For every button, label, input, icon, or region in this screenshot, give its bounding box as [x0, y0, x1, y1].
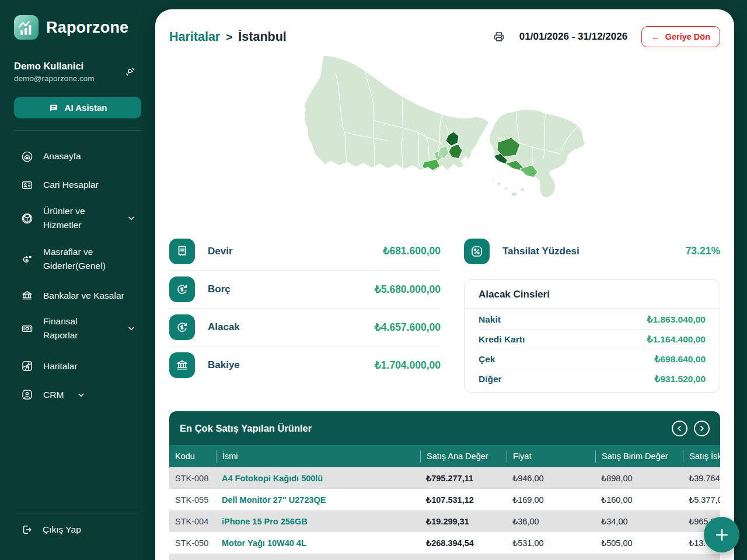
cell-code: STK-050 [169, 538, 216, 548]
collection-section: Tahsilat Yüzdesi 73.21% Alacak Cinsleri … [464, 232, 720, 393]
user-name: Demo Kullanici [14, 61, 120, 72]
sidebar-item-anasayfa[interactable]: Anasayfa [14, 146, 141, 167]
cell-code: STK-004 [169, 517, 216, 526]
table-row[interactable]: STK-008 A4 Fotokopi Kağıdı 500lü ₺795.27… [169, 467, 720, 489]
sidebar-item-label: Masraflar ve Giderler(Genel) [43, 245, 131, 273]
back-button[interactable]: ← Geriye Dön [641, 26, 720, 47]
app-title: Raporzone [46, 19, 128, 37]
cell-product-link[interactable]: Motor Yağı 10W40 4L [216, 538, 420, 548]
cell-code: STK-008 [169, 474, 216, 483]
bank-icon [21, 289, 33, 302]
back-button-label: Geriye Dön [665, 32, 710, 41]
stat-value: ₺1.704.000,00 [375, 359, 441, 372]
column-header-satis-birim-deger: Satış Birim Değer [595, 450, 683, 463]
sidebar-divider-bottom [14, 513, 141, 513]
bank-icon [169, 352, 195, 378]
banknote-icon [21, 323, 33, 335]
logout-button[interactable]: Çıkış Yap [14, 523, 141, 537]
sidebar-item-label: Ürünler ve Hizmetler [43, 204, 114, 232]
receivable-row-diger: Diğer ₺931.520,00 [479, 369, 706, 388]
sidebar-item-haritalar[interactable]: Haritalar [14, 355, 141, 377]
istanbul-map [169, 50, 720, 222]
logo[interactable]: Raporzone [14, 15, 141, 40]
panel-rows: Nakit ₺1.863.040,00 Kredi Kartı ₺1.164.4… [465, 309, 720, 392]
sidebar-item-bankalar-ve-kasalar[interactable]: Bankalar ve Kasalar [14, 285, 141, 306]
breadcrumb-separator: > [226, 31, 232, 44]
receivable-value: ₺698.640,00 [655, 354, 706, 365]
panel-title: Alacak Cinsleri [465, 280, 720, 309]
table-row[interactable]: STK-055 Dell Monitör 27" U2723QE ₺107.53… [169, 489, 720, 510]
table-row[interactable]: STK-050 Motor Yağı 10W40 4L ₺268.394,54 … [169, 532, 720, 554]
receivable-label: Nakit [479, 314, 501, 325]
sidebar-item-label: Bankalar ve Kasalar [43, 289, 124, 303]
cell-product-link[interactable]: iPhone 15 Pro 256GB [216, 517, 420, 526]
id-card-icon [21, 179, 33, 191]
stat-row-borc: Borç ₺5.680.000,00 [169, 270, 441, 308]
cell-price: ₺36,00 [507, 517, 595, 526]
date-range[interactable]: 01/01/2026 - 31/12/2026 [519, 31, 627, 43]
stat-label: Bakiye [208, 359, 240, 371]
logout-label: Çıkış Yap [43, 524, 81, 535]
sidebar-item-finansal-raporlar[interactable]: Finansal Raporlar [14, 313, 141, 344]
user-info: Demo Kullanici demo@raporzone.com [14, 61, 141, 83]
percent-icon [464, 239, 490, 264]
ai-assistant-label: AI Asistan [65, 103, 107, 113]
print-icon[interactable] [493, 30, 505, 43]
table-title-bar: En Çok Satış Yapılan Ürünler [169, 411, 720, 445]
sidebar-item-masraflar-ve-giderler[interactable]: Masraflar ve Giderler(Genel) [14, 240, 141, 278]
sidebar-item-label: Anasayfa [43, 149, 81, 163]
main-panel: Haritalar > İstanbul 01/01/2026 - 31/12/… [155, 9, 734, 560]
expenses-icon [21, 253, 33, 265]
receivable-row-kredi-karti: Kredi Kartı ₺1.164.400,00 [479, 329, 706, 349]
sidebar-item-crm[interactable]: CRM [14, 384, 141, 405]
notification-bell-icon[interactable] [124, 65, 137, 78]
sidebar: Raporzone Demo Kullanici demo@raporzone.… [0, 0, 155, 560]
next-page-button[interactable] [694, 421, 710, 436]
arrow-left-icon: ← [651, 32, 660, 41]
table-header-row: Kodu İsmi Satış Ana Değer Fiyat Satış Bi… [169, 445, 720, 467]
stat-label: Tahsilat Yüzdesi [502, 246, 580, 257]
cell-unit-value: ₺160,00 [595, 495, 683, 505]
invoice-icon [169, 239, 195, 264]
cell-main-value: ₺19.299,31 [420, 517, 507, 526]
receivable-row-nakit: Nakit ₺1.863.040,00 [479, 310, 706, 329]
add-button[interactable] [704, 517, 739, 552]
package-icon [21, 212, 33, 225]
cell-product-link[interactable]: A4 Fotokopi Kağıdı 500lü [216, 474, 420, 483]
receivable-types-panel: Alacak Cinsleri Nakit ₺1.863.040,00 Kred… [464, 279, 720, 393]
home-icon [21, 150, 33, 163]
breadcrumb-haritalar[interactable]: Haritalar [169, 30, 220, 44]
chevron-down-icon [77, 391, 85, 399]
stat-label: Alacak [208, 321, 240, 333]
sidebar-nav: Anasayfa Cari Hesaplar Ürünler ve Hizmet… [14, 146, 141, 405]
stat-value: 73.21% [686, 245, 720, 257]
sidebar-item-urunler-ve-hizmetler[interactable]: Ürünler ve Hizmetler [14, 203, 141, 233]
prev-page-button[interactable] [672, 421, 687, 436]
plus-icon [714, 527, 729, 542]
sidebar-divider-top [14, 130, 141, 131]
sidebar-item-cari-hesaplar[interactable]: Cari Hesaplar [14, 174, 141, 196]
cell-main-value: ₺107.531,12 [420, 495, 507, 505]
cell-product-link[interactable]: Dell Monitör 27" U2723QE [216, 495, 420, 505]
stat-row-bakiye: Bakiye ₺1.704.000,00 [169, 346, 441, 384]
column-header-kodu: Kodu [169, 450, 216, 463]
column-header-satis-iskonto: Satış İsko [683, 450, 720, 463]
ai-assistant-button[interactable]: AI Asistan [14, 97, 141, 118]
money-in-icon [169, 314, 195, 340]
logo-icon [14, 15, 39, 40]
cell-main-value: ₺268.394,54 [420, 538, 507, 548]
breadcrumb: Haritalar > İstanbul [169, 30, 287, 44]
cell-discount: ₺5.377,00 [683, 495, 720, 505]
breadcrumb-istanbul: İstanbul [238, 30, 286, 44]
receivable-label: Kredi Kartı [479, 334, 525, 345]
istanbul-district-map[interactable] [295, 50, 598, 217]
totals-list: Devir ₺681.600,00 Borç ₺5.680.000,00 [169, 232, 441, 393]
table-row[interactable]: STK-004 iPhone 15 Pro 256GB ₺19.299,31 ₺… [169, 510, 720, 532]
sidebar-item-label: CRM [43, 388, 64, 402]
receivable-label: Çek [479, 354, 495, 365]
table-row[interactable]: STK-051 HP LaserJet Pro M404dn Yazıcı ₺4… [169, 554, 720, 560]
column-header-satis-ana-deger: Satış Ana Değer [420, 450, 507, 463]
receivable-value: ₺1.164.400,00 [647, 334, 706, 345]
stat-label: Devir [208, 246, 233, 257]
chat-icon [48, 103, 59, 113]
